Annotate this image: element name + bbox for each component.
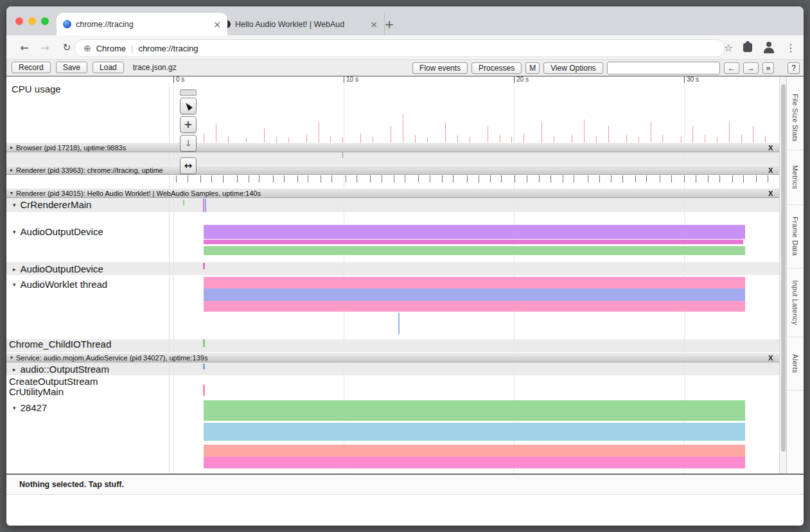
- audioworklet-slice-pink-bottom[interactable]: [204, 301, 745, 312]
- back-button[interactable]: ←: [17, 40, 32, 55]
- audio-output-device-slice-green[interactable]: [204, 246, 745, 255]
- cpu-usage-spike: [717, 137, 718, 143]
- address-bar[interactable]: ⊕ Chrome | chrome://tracing: [75, 39, 725, 57]
- profile-avatar-icon[interactable]: [762, 41, 775, 54]
- timeline-scrollbar[interactable]: [779, 75, 786, 474]
- view-options-button[interactable]: View Options: [543, 62, 603, 74]
- scrollbar-thumb[interactable]: [781, 84, 786, 452]
- process-close-button[interactable]: X: [768, 144, 773, 152]
- trace-event-mark[interactable]: [203, 385, 205, 396]
- cpu-usage-spike: [306, 135, 307, 143]
- process-header-renderer-tracing[interactable]: ▸ Renderer (pid 33963): chrome://tracing…: [6, 165, 779, 175]
- new-tab-button[interactable]: +: [382, 13, 397, 34]
- ruler-label: 30 s: [687, 76, 699, 83]
- browser-menu-icon[interactable]: ⋮: [786, 42, 796, 54]
- tab-close-icon[interactable]: ×: [213, 19, 221, 30]
- side-tab-file-size-stats[interactable]: File Size Stats: [787, 85, 804, 150]
- help-button[interactable]: ?: [788, 62, 800, 74]
- select-tool-button[interactable]: [180, 98, 197, 114]
- tab-webaudio[interactable]: Hello Audio Worklet! | WebAud ×: [216, 13, 385, 35]
- side-tab-input-latency[interactable]: Input Latency: [787, 269, 804, 337]
- thread-label-crrenderermain[interactable]: ▾CrRendererMain: [13, 199, 91, 210]
- reload-button[interactable]: ↻: [59, 40, 75, 55]
- thread-label-outputstream[interactable]: ▸audio::OutputStream: [13, 364, 109, 375]
- collapse-arrow-icon[interactable]: ▸: [13, 366, 16, 373]
- close-window-button[interactable]: [15, 17, 23, 25]
- trace-event-mark[interactable]: [203, 339, 205, 347]
- zoom-tool-button[interactable]: ↓: [180, 135, 197, 152]
- collapse-arrow-icon[interactable]: ▾: [10, 190, 13, 196]
- palette-drag-handle-icon[interactable]: [180, 89, 197, 96]
- page-info-icon[interactable]: ⊕: [84, 43, 91, 53]
- thread-label-28427[interactable]: ▾28427: [13, 402, 47, 413]
- audio-service-slice-skyblue[interactable]: [204, 423, 745, 441]
- thread-name: audio::OutputStream: [21, 364, 109, 375]
- trace-event-tick: [405, 175, 405, 182]
- thread-name: AudioWorklet thread: [21, 279, 108, 290]
- trace-event-mark[interactable]: [183, 200, 184, 206]
- collapse-arrow-icon[interactable]: ▸: [10, 145, 13, 150]
- load-button[interactable]: Load: [92, 62, 124, 73]
- timing-tool-button[interactable]: ↔: [180, 157, 197, 174]
- thread-label-audiooutputdevice-2[interactable]: ▸AudioOutputDevice: [13, 263, 103, 274]
- audio-service-slice-pink[interactable]: [204, 457, 745, 468]
- trace-filename: trace.json.gz: [133, 63, 177, 72]
- collapse-arrow-icon[interactable]: ▾: [13, 229, 16, 235]
- forward-button[interactable]: →: [37, 40, 53, 55]
- collapse-arrow-icon[interactable]: ▾: [10, 355, 13, 360]
- process-close-button[interactable]: X: [768, 354, 773, 362]
- trace-event-mark[interactable]: [342, 152, 343, 158]
- record-button[interactable]: Record: [12, 62, 51, 73]
- process-header-browser[interactable]: ▸ Browser (pid 17218), uptime:9883s X: [6, 143, 779, 152]
- audio-service-slice-salmon[interactable]: [204, 445, 745, 457]
- thread-label-createoutputstream[interactable]: CreateOutputStream: [9, 376, 98, 387]
- thread-label-audiooutputdevice-1[interactable]: ▾AudioOutputDevice: [13, 226, 103, 237]
- toolbar-overflow-button[interactable]: »: [762, 62, 775, 74]
- collapse-arrow-icon[interactable]: ▾: [13, 202, 16, 208]
- trace-event-mark[interactable]: [205, 199, 206, 212]
- process-close-button[interactable]: X: [768, 166, 773, 174]
- audioworklet-slice-pink-top[interactable]: [204, 277, 745, 288]
- fullscreen-window-button[interactable]: [41, 17, 49, 25]
- side-tab-alerts[interactable]: Alerts: [787, 337, 804, 391]
- tab-close-icon[interactable]: ×: [370, 19, 378, 30]
- side-tab-frame-data[interactable]: Frame Data: [787, 205, 804, 269]
- collapse-arrow-icon[interactable]: ▸: [13, 266, 16, 272]
- side-tab-metrics[interactable]: Metrics: [787, 150, 804, 205]
- minimize-window-button[interactable]: [28, 17, 36, 25]
- processes-button[interactable]: Processes: [471, 62, 522, 74]
- pan-tool-button[interactable]: +: [180, 116, 197, 133]
- audio-output-device-slice-purple[interactable]: [204, 225, 745, 239]
- trace-event-tick: [284, 175, 285, 182]
- extension-icon[interactable]: [743, 43, 752, 52]
- save-button[interactable]: Save: [56, 62, 87, 73]
- tab-tracing[interactable]: chrome://tracing ×: [57, 13, 227, 35]
- process-header-audio-service[interactable]: ▾ Service: audio.mojom.AudioService (pid…: [6, 353, 779, 362]
- metrics-button[interactable]: M: [525, 62, 540, 74]
- collapse-arrow-icon[interactable]: ▾: [13, 405, 16, 411]
- collapse-arrow-icon[interactable]: ▾: [13, 281, 16, 288]
- process-header-renderer-webaudio[interactable]: ▾ Renderer (pid 34015): Hello Audio Work…: [6, 188, 779, 198]
- find-input[interactable]: [607, 62, 720, 75]
- cpu-usage-spike: [765, 136, 766, 143]
- audioworklet-slice-periwinkle[interactable]: [204, 288, 745, 301]
- ruler-label: 20 s: [516, 76, 529, 83]
- cursor-icon: [184, 102, 193, 111]
- collapse-arrow-icon[interactable]: ▸: [10, 167, 13, 173]
- trace-event-mark[interactable]: [398, 313, 400, 334]
- thread-label-crutilitymain[interactable]: CrUtilityMain: [9, 386, 64, 397]
- trace-event-mark[interactable]: [203, 263, 205, 269]
- flow-events-button[interactable]: Flow events: [412, 62, 468, 74]
- trace-event-mark[interactable]: [203, 199, 204, 212]
- thread-label-childiothread[interactable]: Chrome_ChildIOThread: [9, 339, 111, 350]
- thread-name: Chrome_ChildIOThread: [9, 339, 111, 350]
- bookmark-star-icon[interactable]: ☆: [724, 42, 733, 54]
- cpu-usage-label: CPU usage: [12, 84, 61, 94]
- trace-event-mark[interactable]: [203, 364, 205, 369]
- audio-service-slice-green[interactable]: [204, 400, 745, 421]
- find-next-button[interactable]: →: [743, 62, 759, 74]
- process-close-button[interactable]: X: [768, 190, 773, 197]
- find-previous-button[interactable]: ←: [724, 62, 739, 74]
- audio-output-device-slice-magenta[interactable]: [204, 240, 743, 244]
- thread-label-audioworklet[interactable]: ▾AudioWorklet thread: [13, 279, 107, 290]
